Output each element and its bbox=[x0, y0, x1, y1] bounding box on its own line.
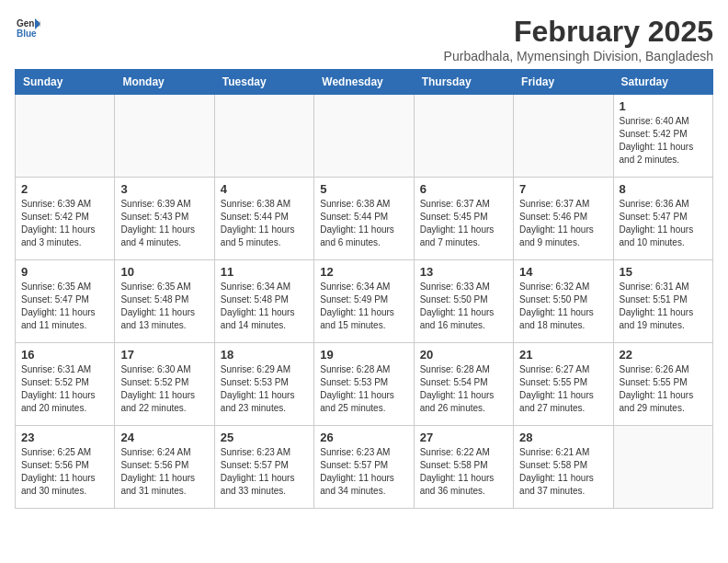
col-header-friday: Friday bbox=[514, 70, 613, 95]
day-info: Sunrise: 6:36 AM Sunset: 5:47 PM Dayligh… bbox=[620, 198, 707, 249]
calendar-cell: 28Sunrise: 6:21 AM Sunset: 5:58 PM Dayli… bbox=[514, 426, 613, 509]
day-info: Sunrise: 6:29 AM Sunset: 5:53 PM Dayligh… bbox=[221, 363, 308, 415]
day-info: Sunrise: 6:25 AM Sunset: 5:56 PM Dayligh… bbox=[21, 446, 108, 498]
day-info: Sunrise: 6:23 AM Sunset: 5:57 PM Dayligh… bbox=[320, 446, 407, 498]
day-number: 15 bbox=[620, 265, 707, 279]
day-info: Sunrise: 6:37 AM Sunset: 5:45 PM Dayligh… bbox=[420, 198, 507, 249]
day-number: 19 bbox=[320, 348, 407, 362]
calendar-cell: 24Sunrise: 6:24 AM Sunset: 5:56 PM Dayli… bbox=[115, 426, 214, 509]
day-number: 23 bbox=[21, 431, 108, 444]
day-number: 14 bbox=[519, 265, 607, 279]
calendar-cell: 17Sunrise: 6:30 AM Sunset: 5:52 PM Dayli… bbox=[115, 343, 214, 426]
day-number: 4 bbox=[221, 182, 308, 196]
day-number: 1 bbox=[620, 99, 707, 113]
calendar-cell: 16Sunrise: 6:31 AM Sunset: 5:52 PM Dayli… bbox=[16, 343, 115, 426]
day-info: Sunrise: 6:37 AM Sunset: 5:46 PM Dayligh… bbox=[519, 198, 607, 249]
page-header: General Blue February 2025 Purbadhala, M… bbox=[15, 15, 713, 63]
calendar-cell: 9Sunrise: 6:35 AM Sunset: 5:47 PM Daylig… bbox=[16, 260, 115, 343]
calendar-cell: 5Sunrise: 6:38 AM Sunset: 5:44 PM Daylig… bbox=[314, 178, 414, 260]
month-title: February 2025 bbox=[444, 15, 713, 49]
calendar-cell bbox=[16, 95, 115, 178]
calendar-cell bbox=[115, 95, 214, 178]
calendar-cell: 18Sunrise: 6:29 AM Sunset: 5:53 PM Dayli… bbox=[214, 343, 313, 426]
logo-icon: General Blue bbox=[15, 15, 40, 40]
day-info: Sunrise: 6:34 AM Sunset: 5:49 PM Dayligh… bbox=[320, 281, 407, 332]
day-number: 17 bbox=[120, 348, 208, 362]
calendar-cell bbox=[514, 95, 613, 178]
calendar-cell: 22Sunrise: 6:26 AM Sunset: 5:55 PM Dayli… bbox=[613, 343, 712, 426]
title-area: February 2025 Purbadhala, Mymensingh Div… bbox=[444, 15, 713, 63]
calendar-week-3: 9Sunrise: 6:35 AM Sunset: 5:47 PM Daylig… bbox=[16, 260, 713, 343]
day-number: 18 bbox=[221, 348, 308, 362]
day-number: 7 bbox=[519, 182, 607, 196]
day-info: Sunrise: 6:39 AM Sunset: 5:42 PM Dayligh… bbox=[21, 198, 108, 249]
calendar-cell: 20Sunrise: 6:28 AM Sunset: 5:54 PM Dayli… bbox=[414, 343, 513, 426]
day-number: 3 bbox=[120, 182, 208, 196]
col-header-tuesday: Tuesday bbox=[214, 70, 313, 95]
col-header-saturday: Saturday bbox=[613, 70, 712, 95]
day-info: Sunrise: 6:33 AM Sunset: 5:50 PM Dayligh… bbox=[420, 281, 507, 332]
calendar-cell: 2Sunrise: 6:39 AM Sunset: 5:42 PM Daylig… bbox=[16, 178, 115, 260]
day-number: 5 bbox=[320, 182, 407, 196]
calendar-cell: 21Sunrise: 6:27 AM Sunset: 5:55 PM Dayli… bbox=[514, 343, 613, 426]
day-info: Sunrise: 6:28 AM Sunset: 5:54 PM Dayligh… bbox=[420, 363, 507, 415]
day-number: 27 bbox=[420, 431, 507, 444]
day-info: Sunrise: 6:34 AM Sunset: 5:48 PM Dayligh… bbox=[221, 281, 308, 332]
calendar-cell: 26Sunrise: 6:23 AM Sunset: 5:57 PM Dayli… bbox=[314, 426, 414, 509]
day-number: 12 bbox=[320, 265, 407, 279]
day-info: Sunrise: 6:30 AM Sunset: 5:52 PM Dayligh… bbox=[120, 363, 208, 415]
calendar-cell: 7Sunrise: 6:37 AM Sunset: 5:46 PM Daylig… bbox=[514, 178, 613, 260]
day-info: Sunrise: 6:27 AM Sunset: 5:55 PM Dayligh… bbox=[519, 363, 607, 415]
calendar-cell bbox=[414, 95, 513, 178]
col-header-monday: Monday bbox=[115, 70, 214, 95]
day-info: Sunrise: 6:31 AM Sunset: 5:52 PM Dayligh… bbox=[21, 363, 108, 415]
day-number: 11 bbox=[221, 265, 308, 279]
calendar-header-row: SundayMondayTuesdayWednesdayThursdayFrid… bbox=[16, 70, 713, 95]
calendar-cell: 27Sunrise: 6:22 AM Sunset: 5:58 PM Dayli… bbox=[414, 426, 513, 509]
logo: General Blue bbox=[15, 15, 40, 40]
day-info: Sunrise: 6:21 AM Sunset: 5:58 PM Dayligh… bbox=[519, 446, 607, 498]
day-number: 8 bbox=[620, 182, 707, 196]
day-info: Sunrise: 6:39 AM Sunset: 5:43 PM Dayligh… bbox=[120, 198, 208, 249]
calendar-week-2: 2Sunrise: 6:39 AM Sunset: 5:42 PM Daylig… bbox=[16, 178, 713, 260]
day-info: Sunrise: 6:38 AM Sunset: 5:44 PM Dayligh… bbox=[221, 198, 308, 249]
calendar-cell: 15Sunrise: 6:31 AM Sunset: 5:51 PM Dayli… bbox=[613, 260, 712, 343]
day-number: 28 bbox=[519, 431, 607, 444]
day-info: Sunrise: 6:35 AM Sunset: 5:48 PM Dayligh… bbox=[120, 281, 208, 332]
calendar-cell: 6Sunrise: 6:37 AM Sunset: 5:45 PM Daylig… bbox=[414, 178, 513, 260]
day-number: 25 bbox=[221, 431, 308, 444]
calendar-cell: 3Sunrise: 6:39 AM Sunset: 5:43 PM Daylig… bbox=[115, 178, 214, 260]
calendar-week-1: 1Sunrise: 6:40 AM Sunset: 5:42 PM Daylig… bbox=[16, 95, 713, 178]
calendar-week-4: 16Sunrise: 6:31 AM Sunset: 5:52 PM Dayli… bbox=[16, 343, 713, 426]
calendar-cell: 1Sunrise: 6:40 AM Sunset: 5:42 PM Daylig… bbox=[613, 95, 712, 178]
calendar-cell: 14Sunrise: 6:32 AM Sunset: 5:50 PM Dayli… bbox=[514, 260, 613, 343]
svg-text:Blue: Blue bbox=[17, 29, 37, 39]
calendar-cell: 10Sunrise: 6:35 AM Sunset: 5:48 PM Dayli… bbox=[115, 260, 214, 343]
day-info: Sunrise: 6:22 AM Sunset: 5:58 PM Dayligh… bbox=[420, 446, 507, 498]
calendar-cell: 8Sunrise: 6:36 AM Sunset: 5:47 PM Daylig… bbox=[613, 178, 712, 260]
day-number: 21 bbox=[519, 348, 607, 362]
calendar-cell: 13Sunrise: 6:33 AM Sunset: 5:50 PM Dayli… bbox=[414, 260, 513, 343]
calendar-table: SundayMondayTuesdayWednesdayThursdayFrid… bbox=[15, 69, 713, 509]
day-number: 20 bbox=[420, 348, 507, 362]
calendar-cell bbox=[314, 95, 414, 178]
day-number: 24 bbox=[120, 431, 208, 444]
calendar-cell: 25Sunrise: 6:23 AM Sunset: 5:57 PM Dayli… bbox=[214, 426, 313, 509]
calendar-week-5: 23Sunrise: 6:25 AM Sunset: 5:56 PM Dayli… bbox=[16, 426, 713, 509]
day-info: Sunrise: 6:24 AM Sunset: 5:56 PM Dayligh… bbox=[120, 446, 208, 498]
col-header-thursday: Thursday bbox=[414, 70, 513, 95]
day-info: Sunrise: 6:28 AM Sunset: 5:53 PM Dayligh… bbox=[320, 363, 407, 415]
calendar-cell: 4Sunrise: 6:38 AM Sunset: 5:44 PM Daylig… bbox=[214, 178, 313, 260]
day-number: 6 bbox=[420, 182, 507, 196]
calendar-cell: 11Sunrise: 6:34 AM Sunset: 5:48 PM Dayli… bbox=[214, 260, 313, 343]
calendar-cell: 19Sunrise: 6:28 AM Sunset: 5:53 PM Dayli… bbox=[314, 343, 414, 426]
day-info: Sunrise: 6:23 AM Sunset: 5:57 PM Dayligh… bbox=[221, 446, 308, 498]
calendar-cell bbox=[214, 95, 313, 178]
calendar-cell: 23Sunrise: 6:25 AM Sunset: 5:56 PM Dayli… bbox=[16, 426, 115, 509]
location-subtitle: Purbadhala, Mymensingh Division, Banglad… bbox=[444, 49, 713, 63]
day-number: 26 bbox=[320, 431, 407, 444]
day-info: Sunrise: 6:38 AM Sunset: 5:44 PM Dayligh… bbox=[320, 198, 407, 249]
day-number: 13 bbox=[420, 265, 507, 279]
day-info: Sunrise: 6:32 AM Sunset: 5:50 PM Dayligh… bbox=[519, 281, 607, 332]
day-info: Sunrise: 6:31 AM Sunset: 5:51 PM Dayligh… bbox=[620, 281, 707, 332]
